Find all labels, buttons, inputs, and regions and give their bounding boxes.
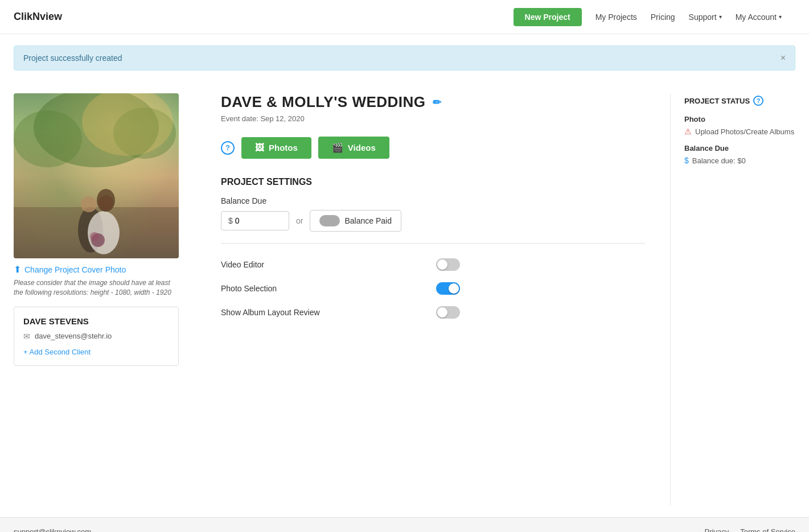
footer-links: Privacy Terms of Service [705, 527, 795, 532]
photos-icon: 🖼 [255, 143, 264, 153]
success-alert: Project successfully created × [14, 46, 795, 71]
project-status-label: PROJECT STATUS [684, 97, 750, 105]
photo-selection-toggle[interactable] [436, 282, 460, 295]
balance-status-item: $ Balance due: $0 [684, 156, 795, 165]
balance-section: Balance Due $ or Balance Paid [221, 196, 645, 232]
settings-title: PROJECT SETTINGS [221, 177, 645, 187]
project-title-text: DAVE & MOLLY'S WEDDING [221, 93, 426, 111]
photo-status-item: ⚠ Upload Photos/Create Albums [684, 127, 795, 136]
terms-link[interactable]: Terms of Service [740, 527, 795, 532]
navbar: ClikNview New Project My Projects Pricin… [0, 0, 809, 34]
footer: support@cliknview.com Privacy Terms of S… [0, 517, 809, 532]
photos-button[interactable]: 🖼 Photos [241, 137, 311, 159]
album-layout-toggle-row: Show Album Layout Review [221, 300, 460, 324]
new-project-button[interactable]: New Project [514, 8, 582, 26]
svg-point-11 [90, 232, 99, 241]
album-layout-toggle[interactable] [436, 306, 460, 319]
dollar-prefix: $ [228, 216, 233, 225]
video-editor-knob [437, 259, 447, 270]
album-layout-label: Show Album Layout Review [221, 308, 320, 317]
videos-icon: 🎬 [332, 142, 343, 153]
brand-logo: ClikNview [14, 11, 62, 23]
project-settings-section: PROJECT SETTINGS Balance Due $ or Balanc… [221, 177, 645, 324]
svg-point-8 [97, 189, 115, 212]
cover-photo-art [14, 93, 179, 258]
video-editor-label: Video Editor [221, 260, 264, 269]
my-account-caret-icon: ▾ [779, 14, 782, 20]
edit-project-icon[interactable]: ✏ [433, 96, 442, 109]
cover-photo-bg [14, 93, 179, 258]
client-card: DAVE STEVENS ✉ dave_stevens@stehr.io + A… [14, 307, 179, 366]
photos-help-icon[interactable]: ? [221, 141, 235, 155]
client-email-row: ✉ dave_stevens@stehr.io [23, 332, 169, 341]
photo-selection-toggle-row: Photo Selection [221, 277, 460, 300]
svg-point-1 [14, 110, 82, 167]
cover-photo [14, 93, 179, 258]
album-layout-knob [437, 307, 447, 317]
photo-status-text: Upload Photos/Create Albums [695, 127, 794, 136]
action-buttons-row: ? 🖼 Photos 🎬 Videos [221, 137, 645, 159]
email-icon: ✉ [23, 332, 30, 341]
balance-amount-field[interactable] [235, 216, 269, 225]
client-name: DAVE STEVENS [23, 316, 169, 326]
balance-dollar-icon: $ [684, 156, 689, 165]
event-date: Event date: Sep 12, 2020 [221, 114, 645, 123]
balance-paid-label: Balance Paid [344, 216, 392, 225]
balance-status-text: Balance due: $0 [692, 156, 746, 165]
balance-input-row: $ or Balance Paid [221, 210, 645, 232]
video-editor-toggle[interactable] [436, 258, 460, 271]
add-second-client-link[interactable]: + Add Second Client [23, 348, 169, 356]
right-panel: PROJECT STATUS ? Photo ⚠ Upload Photos/C… [670, 93, 795, 506]
nav-my-account[interactable]: My Account ▾ [736, 13, 782, 22]
support-caret-icon: ▾ [719, 14, 722, 20]
nav-support[interactable]: Support ▾ [689, 13, 722, 22]
project-status-help-icon[interactable]: ? [753, 96, 763, 106]
left-panel: ⬆ Change Project Cover Photo Please cons… [14, 93, 196, 506]
upload-icon: ⬆ [14, 264, 21, 275]
status-photo-label: Photo [684, 115, 795, 123]
photo-selection-label: Photo Selection [221, 284, 277, 293]
settings-divider [221, 243, 645, 244]
change-cover-photo-link[interactable]: ⬆ Change Project Cover Photo [14, 264, 196, 275]
video-editor-toggle-row: Video Editor [221, 253, 460, 277]
alert-message: Project successfully created [23, 53, 122, 63]
project-title-row: DAVE & MOLLY'S WEDDING ✏ [221, 93, 645, 111]
nav-my-projects[interactable]: My Projects [596, 13, 637, 22]
cover-hint: Please consider that the image should ha… [14, 278, 179, 298]
center-panel: DAVE & MOLLY'S WEDDING ✏ Event date: Sep… [210, 93, 656, 506]
warning-icon: ⚠ [684, 127, 692, 136]
project-status-title: PROJECT STATUS ? [684, 96, 795, 106]
client-email-text: dave_stevens@stehr.io [35, 332, 112, 340]
footer-support-email: support@cliknview.com [14, 527, 91, 532]
balance-due-label: Balance Due [221, 196, 645, 205]
alert-close-button[interactable]: × [781, 53, 786, 63]
balance-input[interactable]: $ [221, 211, 289, 230]
nav-pricing[interactable]: Pricing [651, 13, 675, 22]
balance-paid-toggle[interactable] [319, 215, 340, 226]
photo-selection-knob [449, 283, 459, 294]
svg-point-6 [81, 196, 97, 212]
main-container: ⬆ Change Project Cover Photo Please cons… [0, 82, 809, 517]
privacy-link[interactable]: Privacy [705, 527, 729, 532]
or-text: or [296, 216, 303, 225]
videos-button[interactable]: 🎬 Videos [318, 137, 389, 159]
status-balance-label: Balance Due [684, 144, 795, 152]
balance-paid-button[interactable]: Balance Paid [310, 210, 401, 232]
